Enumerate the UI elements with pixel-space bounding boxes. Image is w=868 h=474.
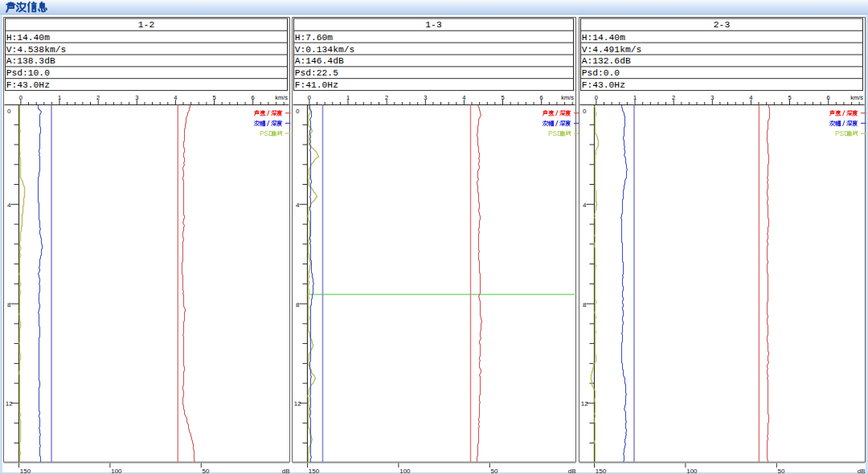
svg-text:8: 8 [583, 301, 587, 309]
svg-text:dB: dB [282, 468, 290, 474]
svg-text:Psd:0.0: Psd:0.0 [582, 68, 620, 78]
svg-text:4: 4 [749, 94, 752, 101]
svg-text:4: 4 [296, 202, 300, 209]
svg-text:1-2: 1-2 [138, 20, 154, 30]
svg-text:A:146.4dB: A:146.4dB [295, 56, 344, 66]
svg-text:0: 0 [19, 94, 23, 101]
svg-text:6: 6 [252, 94, 255, 101]
svg-text:150: 150 [20, 468, 31, 474]
svg-text:km/s: km/s [561, 94, 574, 101]
svg-text:5: 5 [213, 94, 216, 101]
svg-text:PSD: PSD [260, 129, 273, 137]
svg-text:F:43.0Hz: F:43.0Hz [6, 80, 50, 90]
svg-text:100: 100 [111, 468, 122, 474]
svg-text:0: 0 [595, 94, 598, 101]
svg-text:4: 4 [7, 202, 11, 209]
svg-text:50: 50 [203, 468, 210, 474]
svg-text:12: 12 [6, 400, 13, 407]
svg-text:50: 50 [778, 468, 785, 474]
svg-text:km/s: km/s [275, 94, 288, 101]
svg-text:A:132.6dB: A:132.6dB [582, 56, 631, 66]
svg-text:km/s: km/s [850, 94, 863, 101]
svg-text:100: 100 [399, 468, 411, 474]
svg-text:2: 2 [385, 94, 388, 101]
svg-text:F:41.0Hz: F:41.0Hz [295, 80, 338, 90]
svg-text:8: 8 [7, 301, 11, 309]
svg-text:0: 0 [308, 94, 311, 101]
svg-text:6: 6 [540, 94, 543, 101]
svg-text:H:14.40m: H:14.40m [6, 33, 50, 43]
svg-text:PSD: PSD [548, 129, 562, 137]
svg-text:V:4.491km/s: V:4.491km/s [582, 45, 642, 55]
svg-text:dB: dB [568, 468, 576, 474]
svg-text:H:14.40m: H:14.40m [582, 33, 625, 43]
svg-text:3: 3 [135, 94, 138, 101]
svg-text:8: 8 [296, 301, 300, 309]
svg-text:V:4.538km/s: V:4.538km/s [6, 45, 67, 55]
svg-text:0: 0 [296, 108, 300, 115]
svg-text:50: 50 [491, 468, 498, 474]
svg-text:100: 100 [686, 468, 698, 474]
svg-text:12: 12 [581, 400, 588, 407]
svg-text:12: 12 [294, 400, 301, 407]
svg-text:150: 150 [596, 468, 607, 474]
svg-text:5: 5 [788, 94, 791, 101]
svg-text:4: 4 [462, 94, 465, 101]
svg-text:F:43.0Hz: F:43.0Hz [582, 80, 625, 90]
svg-text:1: 1 [346, 94, 350, 101]
svg-text:H:7.60m: H:7.60m [295, 33, 334, 43]
svg-text:3: 3 [710, 94, 714, 101]
svg-text:dB: dB [858, 468, 866, 474]
svg-text:150: 150 [309, 468, 320, 474]
svg-text:1: 1 [633, 94, 637, 101]
svg-text:1-3: 1-3 [425, 20, 442, 30]
svg-text:4: 4 [583, 202, 587, 209]
svg-text:1: 1 [58, 94, 61, 101]
svg-text:3: 3 [424, 94, 427, 101]
svg-text:2: 2 [96, 94, 100, 101]
svg-text:Psd:22.5: Psd:22.5 [295, 68, 338, 78]
svg-text:4: 4 [174, 94, 177, 101]
svg-text:2-3: 2-3 [714, 20, 731, 30]
svg-text:V:0.134km/s: V:0.134km/s [295, 45, 355, 55]
svg-text:0: 0 [7, 108, 11, 115]
svg-text:2: 2 [672, 94, 675, 101]
svg-text:0: 0 [583, 108, 587, 115]
svg-text:5: 5 [501, 94, 504, 101]
svg-text:6: 6 [827, 94, 830, 101]
svg-text:PSD: PSD [835, 129, 849, 137]
svg-text:A:138.3dB: A:138.3dB [6, 56, 55, 66]
svg-text:Psd:10.0: Psd:10.0 [6, 68, 50, 78]
